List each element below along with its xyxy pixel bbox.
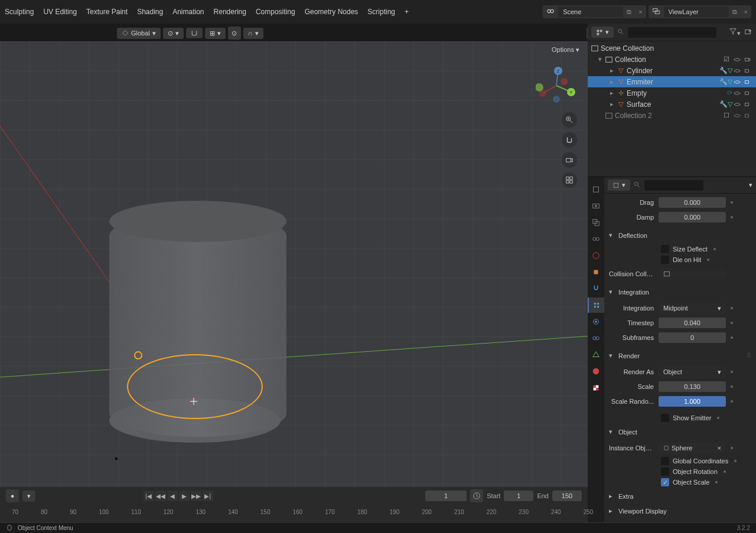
tab-sculpting[interactable]: Sculpting <box>5 5 34 18</box>
end-frame-input[interactable]: 150 <box>552 491 582 501</box>
animate-dot[interactable] <box>713 248 716 250</box>
animate-dot[interactable] <box>724 470 726 473</box>
tree-item-empty[interactable]: ▸ ⊹ Empty ⟳ <box>588 87 756 99</box>
auto-keying-button[interactable]: ● <box>6 489 19 502</box>
modifier-icon[interactable]: 🔧 <box>719 78 728 86</box>
clear-button[interactable]: × <box>718 444 721 452</box>
object-rotation-checkbox[interactable] <box>661 467 669 476</box>
prop-tab-constraints[interactable] <box>588 331 604 346</box>
animate-dot[interactable] <box>731 447 733 449</box>
size-deflect-checkbox[interactable] <box>661 245 669 253</box>
camera-icon[interactable] <box>743 55 752 64</box>
collision-collection-dropdown[interactable] <box>659 269 726 279</box>
perspective-toggle-button[interactable] <box>562 172 577 188</box>
scale-input[interactable] <box>659 381 726 392</box>
outliner-search-input[interactable] <box>628 27 716 38</box>
eye-icon[interactable] <box>732 111 742 120</box>
new-collection-button[interactable] <box>744 28 752 37</box>
scene-copy-button[interactable]: ⧉ <box>623 8 635 16</box>
animate-dot[interactable] <box>707 259 709 261</box>
constraint-icon[interactable]: ⟳ <box>727 89 732 97</box>
filter-button[interactable]: ▾ <box>729 27 741 37</box>
prop-editor-type-dropdown[interactable]: ▾ <box>608 179 630 191</box>
tree-item-cylinder[interactable]: ▸ ▽ Cylinder 🔧 ▽ <box>588 65 756 76</box>
scene-name-input[interactable] <box>558 6 623 17</box>
object-panel-header[interactable]: ▾ Object <box>604 424 756 439</box>
eye-icon[interactable] <box>732 89 742 98</box>
integration-panel-header[interactable]: ▾ Integration <box>604 285 756 299</box>
tree-item-surface[interactable]: ▸ ▽ Surface 🔧 ▽ <box>588 99 756 110</box>
expand-icon[interactable]: ▸ <box>608 89 616 97</box>
3d-viewport[interactable]: Options ▾ ▸ Y <box>0 41 588 487</box>
outliner-display-dropdown[interactable]: ▾ <box>591 27 614 38</box>
tree-collection[interactable]: ▾ Collection ☑ <box>588 54 756 65</box>
nav-gizmo[interactable]: Y Z <box>536 65 577 106</box>
eye-icon[interactable] <box>732 100 742 109</box>
camera-icon[interactable] <box>743 77 752 87</box>
viewport-display-panel-header[interactable]: ▸ Viewport Display <box>604 503 756 518</box>
prop-tab-object[interactable] <box>588 264 604 280</box>
expand-icon[interactable]: ▸ <box>608 100 616 108</box>
options-dropdown[interactable]: ▾ <box>749 181 752 189</box>
selected-emitter-circle[interactable] <box>127 354 263 419</box>
animate-dot[interactable] <box>731 322 733 324</box>
viewlayer-copy-button[interactable]: ⧉ <box>729 8 741 16</box>
start-frame-input[interactable]: 1 <box>504 491 533 501</box>
animate-dot[interactable] <box>715 481 718 483</box>
prop-tab-physics[interactable] <box>588 314 604 329</box>
viewlayer-name-input[interactable] <box>664 6 729 17</box>
extra-panel-header[interactable]: ▸ Extra <box>604 489 756 503</box>
animate-dot[interactable] <box>731 201 733 204</box>
deflection-panel-header[interactable]: ▾ Deflection <box>604 228 756 243</box>
prop-tab-modifier[interactable] <box>588 281 604 296</box>
animate-dot[interactable] <box>731 307 733 309</box>
expand-icon[interactable]: ▸ <box>608 67 616 74</box>
animate-dot[interactable] <box>734 460 737 462</box>
zoom-button[interactable] <box>562 112 577 127</box>
tab-shading[interactable]: Shading <box>137 5 163 18</box>
animate-dot[interactable] <box>731 371 733 373</box>
tab-uv-editing[interactable]: UV Editing <box>43 5 77 18</box>
global-coords-checkbox[interactable] <box>661 457 669 465</box>
die-on-hit-checkbox[interactable] <box>661 256 669 264</box>
damp-input[interactable] <box>659 212 726 223</box>
render-panel-header[interactable]: ▾ Render ⠿ <box>604 348 756 363</box>
tree-collection-2[interactable]: Collection 2 ☐ <box>588 110 756 121</box>
data-icon[interactable]: ▽ <box>728 78 732 86</box>
prop-tab-texture[interactable] <box>588 380 604 395</box>
prop-tab-viewlayer[interactable] <box>588 215 604 230</box>
camera-icon[interactable] <box>743 66 752 76</box>
mesh-cylinder[interactable] <box>109 201 286 443</box>
keying-dropdown[interactable]: ▾ <box>22 491 35 502</box>
jump-start-button[interactable]: |◀ <box>144 491 154 501</box>
tab-texture-paint[interactable]: Texture Paint <box>86 5 128 18</box>
prop-tab-output[interactable] <box>588 198 604 214</box>
checkbox-icon[interactable]: ☑ <box>722 55 731 64</box>
animate-dot[interactable] <box>717 417 719 419</box>
camera-icon[interactable] <box>743 100 752 109</box>
jump-prev-key-button[interactable]: ◀◀ <box>155 491 166 501</box>
tab-scripting[interactable]: Scripting <box>367 5 395 18</box>
jump-next-key-button[interactable]: ▶▶ <box>191 491 201 501</box>
scene-selector[interactable]: ⧉ × <box>543 5 646 18</box>
eye-icon[interactable] <box>732 77 742 87</box>
prop-tab-scene[interactable] <box>588 231 604 247</box>
data-icon[interactable]: ▽ <box>728 67 732 74</box>
jump-end-button[interactable]: ▶| <box>203 491 213 501</box>
prop-tab-material[interactable] <box>588 364 604 379</box>
current-frame-input[interactable]: 1 <box>425 491 467 501</box>
pan-button[interactable] <box>562 132 577 148</box>
play-reverse-button[interactable]: ◀ <box>167 491 178 501</box>
timestep-input[interactable] <box>659 318 726 328</box>
tab-geometry-nodes[interactable]: Geometry Nodes <box>305 5 359 18</box>
tab-rendering[interactable]: Rendering <box>214 5 246 18</box>
show-emitter-checkbox[interactable] <box>661 414 669 422</box>
prop-tab-particles[interactable] <box>588 297 604 313</box>
camera-icon[interactable] <box>743 111 752 120</box>
modifier-icon[interactable]: 🔧 <box>719 100 728 108</box>
timeline-ruler[interactable]: 70 80 90 100 110 120 130 140 150 160 170… <box>0 505 588 519</box>
object-scale-checkbox[interactable]: ✓ <box>661 478 669 486</box>
add-workspace-button[interactable]: + <box>405 5 409 18</box>
animate-dot[interactable] <box>731 400 733 403</box>
eye-icon[interactable] <box>732 66 742 76</box>
